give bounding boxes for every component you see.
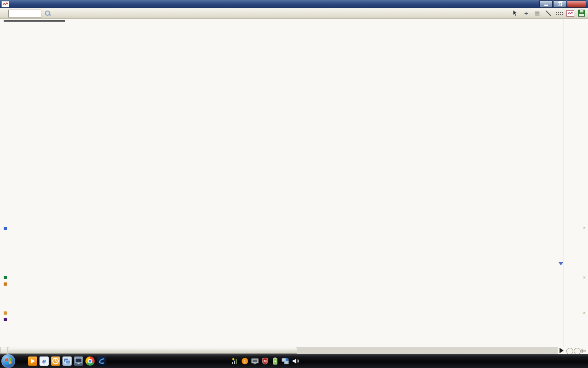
scrollbar-thumb[interactable]	[8, 347, 297, 354]
search-icon[interactable]	[45, 11, 51, 16]
symbol-search-input[interactable]	[8, 10, 41, 17]
macd-swatch	[4, 276, 7, 279]
scroll-left-button[interactable]	[0, 347, 7, 354]
minimize-icon	[544, 5, 548, 6]
range-select-icon[interactable]	[582, 349, 588, 353]
scroll-right-icon[interactable]	[560, 348, 566, 353]
menu-bar: + ▦	[0, 8, 588, 19]
internet-explorer-icon[interactable]: e	[40, 356, 49, 366]
close-volume-panel-icon[interactable]: ×	[582, 225, 587, 230]
slow-swatch	[4, 311, 7, 315]
volume-legend	[4, 225, 9, 231]
trendline-icon[interactable]	[544, 9, 552, 17]
trigger-legend	[4, 281, 9, 287]
blue-swoosh-icon[interactable]	[97, 356, 106, 366]
taskbar: e 1 M	[0, 354, 588, 368]
save-icon[interactable]	[577, 9, 585, 17]
cursor-icon[interactable]	[511, 9, 519, 17]
chart-icon[interactable]	[566, 9, 574, 17]
zoom-out-button[interactable]	[566, 348, 573, 355]
wireless-icon[interactable]	[231, 357, 238, 365]
restore-button[interactable]	[553, 0, 566, 8]
macd-legend	[4, 275, 9, 281]
network-icon[interactable]	[282, 357, 289, 365]
window-switcher-icon[interactable]	[62, 356, 72, 366]
chart-canvas[interactable]	[0, 18, 564, 347]
stoch-legend	[4, 316, 9, 322]
chart-scrollbar-row	[0, 347, 588, 354]
notification-badge-icon[interactable]: 1	[241, 357, 249, 365]
start-button[interactable]	[1, 354, 15, 368]
window-titlebar[interactable]	[0, 0, 588, 8]
volume-swatch	[4, 227, 7, 230]
dotted-line-icon[interactable]	[555, 9, 563, 17]
trigger-swatch	[4, 282, 7, 286]
app-icon	[1, 1, 9, 7]
svg-text:1: 1	[243, 359, 246, 363]
minimize-button[interactable]	[539, 0, 553, 8]
grid-icon[interactable]: ▦	[533, 9, 541, 17]
clock-app-icon[interactable]	[51, 356, 60, 366]
mcafee-shield-icon[interactable]: M	[261, 357, 269, 365]
stoch-swatch	[4, 318, 7, 321]
battery-icon[interactable]	[271, 357, 279, 365]
system-tray: 1 M	[226, 357, 305, 365]
stoch-slow-legend	[4, 310, 9, 316]
close-button[interactable]	[567, 0, 586, 8]
display-icon[interactable]	[251, 357, 259, 365]
chrome-icon[interactable]	[85, 356, 95, 366]
show-desktop-icon[interactable]	[74, 356, 83, 366]
volume-speaker-icon[interactable]	[292, 357, 299, 365]
crosshair-icon[interactable]: +	[522, 9, 530, 17]
volume-scroll-arrow-icon	[559, 262, 563, 268]
legend-date	[4, 20, 65, 22]
close-macd-panel-icon[interactable]: ×	[582, 275, 587, 280]
data-window-legend	[4, 20, 65, 22]
desktop: { "window": { "title": "ΓΔ [60min] +2,81…	[0, 0, 588, 368]
svg-text:M: M	[263, 359, 267, 363]
windows-logo-icon	[5, 358, 11, 364]
quick-launch-bar: e	[28, 356, 106, 366]
close-stoch-panel-icon[interactable]: ×	[582, 310, 587, 316]
media-player-icon[interactable]	[28, 356, 37, 366]
restore-icon	[558, 2, 562, 6]
zoom-in-button[interactable]	[574, 348, 581, 355]
price-axis	[564, 18, 588, 347]
